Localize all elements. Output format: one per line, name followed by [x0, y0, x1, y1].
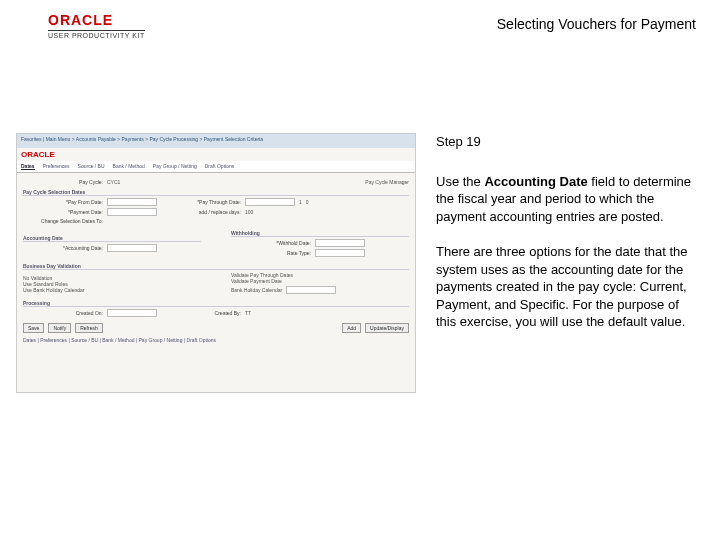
- pay-cycle-mgr-link[interactable]: Pay Cycle Manager: [365, 179, 409, 185]
- opt-bank-cal[interactable]: Use Bank Holiday Calendar: [23, 287, 201, 293]
- tab-paygroup[interactable]: Pay Group / Netting: [153, 163, 197, 170]
- payment-date-label: *Payment Date:: [23, 209, 103, 215]
- p1-pre: Use the: [436, 174, 484, 189]
- created-on-label: Created On:: [23, 310, 103, 316]
- footer-tab-links[interactable]: Dates | Preferences | Source / BU | Bank…: [23, 337, 409, 343]
- withhold-date-input[interactable]: [315, 239, 365, 247]
- pay-through-label: *Pay Through Date:: [161, 199, 241, 205]
- change-dates-label: Change Selection Dates To:: [23, 218, 103, 224]
- form-body: Pay Cycle: CYC1 Pay Cycle Manager Pay Cy…: [17, 173, 415, 347]
- button-row: Save Notify Refresh Add Update/Display: [23, 323, 409, 333]
- holiday-label: Bank Holiday Calendar: [231, 287, 282, 293]
- p1-bold: Accounting Date: [484, 174, 587, 189]
- step-number: Step 19: [436, 133, 696, 151]
- add-button[interactable]: Add: [342, 323, 361, 333]
- tab-preferences[interactable]: Preferences: [43, 163, 70, 170]
- validation-header: Business Day Validation: [23, 263, 409, 270]
- header-bar: ORACLE USER PRODUCTIVITY KIT Selecting V…: [0, 0, 720, 45]
- content-row: Favorites | Main Menu > Accounts Payable…: [0, 45, 720, 393]
- breadcrumb: Favorites | Main Menu > Accounts Payable…: [17, 134, 415, 148]
- created-by-label: Created By:: [161, 310, 241, 316]
- tab-strip: Dates Preferences Source / BU Bank / Met…: [17, 161, 415, 173]
- save-button[interactable]: Save: [23, 323, 44, 333]
- oracle-logo: ORACLE: [48, 12, 145, 31]
- logo-subtitle: USER PRODUCTIVITY KIT: [48, 32, 145, 39]
- pay-cycle-label: Pay Cycle:: [23, 179, 103, 185]
- pay-cycle-value: CYC1: [107, 179, 120, 185]
- created-on-input[interactable]: [107, 309, 157, 317]
- accounting-date-input[interactable]: [107, 244, 157, 252]
- notify-button[interactable]: Notify: [48, 323, 71, 333]
- instruction-paragraph-2: There are three options for the date tha…: [436, 243, 696, 331]
- processing-header: Processing: [23, 300, 409, 307]
- pay-through-input[interactable]: [245, 198, 295, 206]
- accounting-date-header: Accounting Date: [23, 235, 201, 242]
- created-by-value: TT: [245, 310, 251, 316]
- instruction-panel: Step 19 Use the Accounting Date field to…: [436, 133, 696, 393]
- pay-from-input[interactable]: [107, 198, 157, 206]
- days-value: 100: [245, 209, 253, 215]
- holiday-input[interactable]: [286, 286, 336, 294]
- rate-type-input[interactable]: [315, 249, 365, 257]
- days-label: add / replace days:: [161, 209, 241, 215]
- cnt-from: 1: [299, 199, 302, 205]
- inner-logo: ORACLE: [17, 148, 59, 161]
- tab-draft[interactable]: Draft Options: [205, 163, 234, 170]
- rate-type-label: Rate Type:: [231, 250, 311, 256]
- update-button[interactable]: Update/Display: [365, 323, 409, 333]
- pay-from-label: *Pay From Date:: [23, 199, 103, 205]
- app-screenshot: Favorites | Main Menu > Accounts Payable…: [16, 133, 416, 393]
- tab-dates[interactable]: Dates: [21, 163, 35, 170]
- withhold-date-label: *Withhold Date:: [231, 240, 311, 246]
- cnt-to: 0: [306, 199, 309, 205]
- tab-bank[interactable]: Bank / Method: [113, 163, 145, 170]
- page-title: Selecting Vouchers for Payment: [497, 16, 696, 32]
- tab-source[interactable]: Source / BU: [78, 163, 105, 170]
- accounting-date-label: *Accounting Date:: [23, 245, 103, 251]
- refresh-button[interactable]: Refresh: [75, 323, 103, 333]
- payment-date-input[interactable]: [107, 208, 157, 216]
- instruction-paragraph-1: Use the Accounting Date field to determi…: [436, 173, 696, 226]
- opt-validate-payment[interactable]: Validate Payment Date: [231, 278, 409, 284]
- withholding-header: Withholding: [231, 230, 409, 237]
- selection-dates-header: Pay Cycle Selection Dates: [23, 189, 409, 196]
- logo-block: ORACLE USER PRODUCTIVITY KIT: [48, 12, 145, 39]
